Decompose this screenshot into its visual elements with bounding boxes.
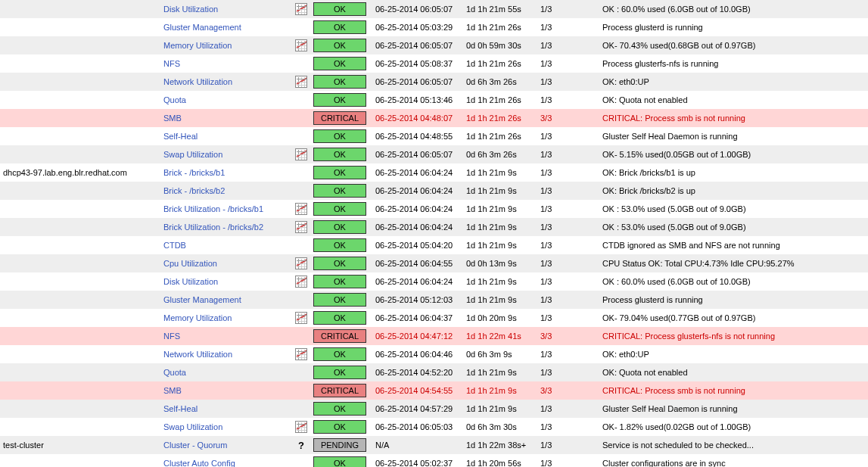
status-info-cell: Process glusterd is running — [599, 18, 868, 36]
service-link[interactable]: Memory Utilization — [163, 41, 232, 50]
perf-chart-icon[interactable] — [295, 421, 307, 433]
last-check-cell: 06-25-2014 05:04:20 — [372, 236, 463, 254]
attempt-cell: 1/3 — [537, 182, 599, 200]
service-link[interactable]: Brick Utilization - /bricks/b2 — [163, 223, 263, 232]
service-cell: Quota — [160, 91, 285, 109]
status-badge: OK — [313, 2, 366, 16]
attempt-cell: 3/3 — [537, 381, 599, 400]
perf-chart-icon[interactable] — [295, 312, 307, 324]
service-link[interactable]: SMB — [163, 386, 182, 395]
table-row: QuotaOK06-25-2014 05:13:461d 1h 21m 26s1… — [0, 91, 868, 109]
extra-icon-cell — [285, 218, 310, 236]
service-link[interactable]: Self-Heal — [163, 132, 198, 141]
service-link[interactable]: Network Utilization — [163, 350, 232, 359]
service-link[interactable]: Quota — [163, 95, 186, 104]
service-link[interactable]: Self-Heal — [163, 404, 198, 413]
perf-chart-icon[interactable] — [295, 76, 307, 88]
perf-chart-icon[interactable] — [295, 3, 307, 15]
extra-icon-cell — [285, 54, 310, 73]
last-check-cell: 06-25-2014 05:13:46 — [372, 91, 463, 109]
status-cell: OK — [310, 291, 372, 309]
status-cell: CRITICAL — [310, 109, 372, 127]
service-cell: Swap Utilization — [160, 418, 285, 436]
status-badge: OK — [313, 420, 366, 434]
perf-chart-icon[interactable] — [295, 257, 307, 269]
extra-icon-cell — [285, 200, 310, 218]
status-badge: OK — [313, 257, 366, 270]
service-link[interactable]: Cpu Utilization — [163, 259, 217, 268]
extra-icon-cell — [285, 18, 310, 36]
attempt-cell: 1/3 — [537, 36, 599, 54]
service-link[interactable]: Disk Utilization — [163, 5, 218, 14]
perf-chart-icon[interactable] — [295, 39, 307, 51]
status-cell: OK — [310, 182, 372, 200]
host-cell — [0, 145, 160, 163]
host-cell — [0, 291, 160, 309]
service-link[interactable]: NFS — [163, 59, 180, 68]
last-check-cell: 06-25-2014 04:57:29 — [372, 400, 463, 418]
host-cell — [0, 127, 160, 145]
last-check-cell: 06-25-2014 04:48:55 — [372, 127, 463, 145]
status-info-cell: OK- 5.15% used(0.05GB out of 1.00GB) — [599, 145, 868, 163]
perf-chart-icon[interactable] — [295, 148, 307, 160]
duration-cell: 1d 1h 21m 9s — [463, 236, 537, 254]
service-link[interactable]: Brick - /bricks/b1 — [163, 168, 225, 177]
service-link[interactable]: Cluster - Quorum — [163, 441, 227, 450]
status-badge: CRITICAL — [313, 329, 366, 343]
duration-cell: 1d 1h 21m 26s — [463, 18, 537, 36]
extra-icon-cell — [285, 309, 310, 327]
last-check-cell: 06-25-2014 04:52:20 — [372, 363, 463, 381]
extra-icon-cell — [285, 145, 310, 163]
service-link[interactable]: NFS — [163, 332, 180, 341]
perf-chart-icon[interactable] — [295, 276, 307, 288]
service-link[interactable]: SMB — [163, 114, 182, 123]
service-link[interactable]: Cluster Auto Config — [163, 459, 235, 467]
attempt-cell: 1/3 — [537, 272, 599, 291]
extra-icon-cell — [285, 163, 310, 182]
host-cell — [0, 327, 160, 345]
status-info-cell: OK- 70.43% used(0.68GB out of 0.97GB) — [599, 36, 868, 54]
service-link[interactable]: Brick Utilization - /bricks/b1 — [163, 204, 263, 213]
attempt-cell: 1/3 — [537, 454, 599, 467]
duration-cell: 0d 0h 13m 9s — [463, 254, 537, 272]
service-link[interactable]: Gluster Management — [163, 295, 241, 304]
extra-icon-cell — [285, 381, 310, 400]
duration-cell: 1d 1h 21m 26s — [463, 127, 537, 145]
status-badge: OK — [313, 148, 366, 161]
table-row: Network UtilizationOK06-25-2014 06:05:07… — [0, 73, 868, 91]
service-link[interactable]: Network Utilization — [163, 77, 232, 86]
service-cell: Self-Heal — [160, 400, 285, 418]
extra-icon-cell — [285, 400, 310, 418]
host-cell — [0, 454, 160, 467]
service-link[interactable]: Disk Utilization — [163, 277, 218, 286]
service-cell: Gluster Management — [160, 291, 285, 309]
service-cell: NFS — [160, 327, 285, 345]
duration-cell: 1d 1h 20m 56s — [463, 454, 537, 467]
status-info-cell: OK : 53.0% used (5.0GB out of 9.0GB) — [599, 218, 868, 236]
service-link[interactable]: Quota — [163, 368, 186, 377]
perf-chart-icon[interactable] — [295, 221, 307, 233]
status-cell: OK — [310, 73, 372, 91]
service-cell: Cluster - Quorum — [160, 436, 285, 454]
attempt-cell: 1/3 — [537, 291, 599, 309]
extra-icon-cell — [285, 36, 310, 54]
service-link[interactable]: Brick - /bricks/b2 — [163, 186, 225, 195]
service-link[interactable]: Gluster Management — [163, 23, 241, 32]
table-row: Swap UtilizationOK06-25-2014 06:05:070d … — [0, 145, 868, 163]
status-info-cell: OK : 60.0% used (6.0GB out of 10.0GB) — [599, 272, 868, 291]
status-badge: OK — [313, 184, 366, 198]
attempt-cell: 1/3 — [537, 400, 599, 418]
service-link[interactable]: CTDB — [163, 241, 186, 250]
status-cell: CRITICAL — [310, 327, 372, 345]
table-row: QuotaOK06-25-2014 04:52:201d 1h 21m 9s1/… — [0, 363, 868, 381]
service-link[interactable]: Memory Utilization — [163, 313, 232, 322]
perf-chart-icon[interactable] — [295, 348, 307, 360]
status-cell: OK — [310, 400, 372, 418]
perf-chart-icon[interactable] — [295, 203, 307, 215]
service-link[interactable]: Swap Utilization — [163, 150, 222, 159]
service-link[interactable]: Swap Utilization — [163, 422, 222, 431]
status-badge: OK — [313, 57, 366, 70]
status-info-cell: Gluster Self Heal Daemon is running — [599, 400, 868, 418]
duration-cell: 1d 1h 22m 38s+ — [463, 436, 537, 454]
status-cell: OK — [310, 218, 372, 236]
